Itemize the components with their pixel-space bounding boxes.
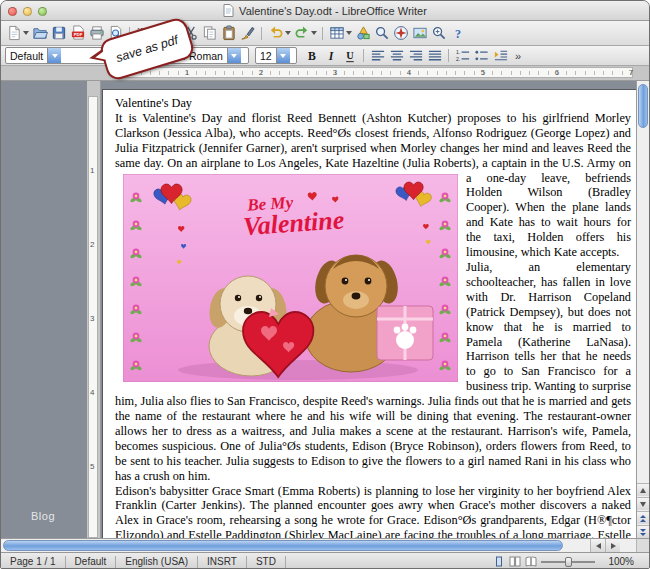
insert-table-icon[interactable]	[328, 24, 353, 43]
scroll-up-button[interactable]	[637, 483, 649, 496]
scroll-down-button[interactable]	[637, 497, 649, 510]
toolbar-separator	[258, 24, 266, 43]
valentine-photo[interactable]: Be My Valentine	[123, 174, 458, 382]
print-icon[interactable]	[88, 24, 106, 43]
book-view-icon[interactable]	[525, 556, 537, 567]
export-pdf-icon[interactable]: PDF	[69, 24, 87, 43]
format-paintbrush-icon[interactable]	[239, 24, 257, 43]
vertical-ruler[interactable]: 12345	[87, 81, 101, 538]
double-arrow-up-icon	[640, 515, 646, 522]
align-left-icon[interactable]	[369, 46, 387, 65]
scroll-left-button[interactable]	[590, 539, 605, 552]
window-title-area: Valentine's Day.odt - LibreOffice Writer	[223, 4, 427, 17]
chevron-down-icon[interactable]	[227, 48, 241, 63]
toolbar-overflow-chevron[interactable]: »	[515, 50, 521, 62]
page-style-field[interactable]: Default	[66, 556, 116, 567]
dropdown-arrow-icon[interactable]	[346, 31, 352, 35]
svg-text:B: B	[308, 50, 316, 63]
open-icon[interactable]	[31, 24, 49, 43]
zoom-slider-thumb[interactable]	[565, 557, 572, 567]
chevron-down-icon[interactable]	[47, 48, 61, 63]
align-right-icon[interactable]	[407, 46, 425, 65]
new-document-icon[interactable]	[5, 24, 30, 43]
toolbar-separator	[319, 24, 327, 43]
window-controls	[8, 7, 47, 16]
arrow-right-icon	[611, 543, 616, 549]
dropdown-arrow-icon[interactable]	[311, 31, 317, 35]
paragraph-1: It is Valentine's Day and florist Reed B…	[115, 111, 631, 260]
arrow-down-icon	[640, 502, 646, 507]
zoom-icon[interactable]	[430, 24, 448, 43]
single-page-view-icon[interactable]	[493, 556, 505, 567]
increase-indent-icon[interactable]	[492, 46, 510, 65]
dropdown-arrow-icon[interactable]	[285, 31, 291, 35]
arrow-up-icon	[640, 488, 646, 493]
zoom-button[interactable]	[38, 7, 47, 16]
vertical-scrollbar[interactable]	[636, 81, 649, 538]
help-icon[interactable]: ?	[449, 24, 467, 43]
svg-text:PDF: PDF	[74, 32, 83, 37]
chevron-down-icon[interactable]	[276, 48, 290, 63]
hruler-number: 5	[481, 68, 485, 77]
find-replace-icon[interactable]	[373, 24, 391, 43]
vruler-number: 5	[90, 462, 94, 471]
horizontal-scrollbar[interactable]	[1, 538, 649, 552]
paragraph-style-value: Default	[6, 48, 47, 63]
previous-page-button[interactable]	[637, 511, 649, 524]
gift-box	[377, 306, 433, 360]
multi-page-view-icon[interactable]	[509, 556, 521, 567]
insert-mode-field[interactable]: INSRT	[198, 556, 246, 567]
language-field[interactable]: English (USA)	[116, 556, 197, 567]
navigator-icon[interactable]	[392, 24, 410, 43]
document-page[interactable]: Valentine's Day It is Valentine's Day an…	[102, 89, 637, 538]
next-page-button[interactable]	[637, 525, 649, 538]
title-bar[interactable]: Valentine's Day.odt - LibreOffice Writer	[1, 1, 649, 21]
toolbar-separator	[360, 46, 368, 65]
justify-icon[interactable]	[426, 46, 444, 65]
hruler-number: 1	[185, 68, 189, 77]
statusbar-separator	[285, 556, 286, 568]
font-size-select[interactable]: 12	[255, 47, 297, 64]
hruler-number: 3	[333, 68, 337, 77]
gallery-icon[interactable]	[411, 24, 429, 43]
blog-watermark: Blog	[31, 510, 55, 522]
bullets-icon[interactable]	[473, 46, 491, 65]
window-title: Valentine's Day.odt - LibreOffice Writer	[239, 5, 427, 17]
horizontal-scrollbar-thumb[interactable]	[3, 540, 563, 551]
draw-functions-icon[interactable]	[354, 24, 372, 43]
align-center-icon[interactable]	[388, 46, 406, 65]
paste-icon[interactable]	[220, 24, 238, 43]
page-number-field[interactable]: Page 1 / 1	[1, 556, 65, 567]
font-size-value: 12	[256, 48, 276, 63]
vertical-scrollbar-thumb[interactable]	[638, 84, 648, 128]
close-button[interactable]	[8, 7, 17, 16]
redo-icon[interactable]	[293, 24, 318, 43]
formatting-buttons: BIU1.2.	[303, 46, 510, 65]
italic-icon[interactable]: I	[322, 46, 340, 65]
arrow-left-icon	[596, 543, 601, 549]
document-text[interactable]: Valentine's Day It is Valentine's Day an…	[115, 96, 631, 538]
scroll-right-button[interactable]	[605, 539, 620, 552]
save-icon[interactable]	[50, 24, 68, 43]
dropdown-arrow-icon[interactable]	[23, 31, 29, 35]
copy-icon[interactable]	[201, 24, 219, 43]
zoom-level[interactable]: 100%	[599, 556, 643, 567]
vruler-number: 4	[90, 388, 94, 397]
toolbar-separator	[445, 46, 453, 65]
undo-icon[interactable]	[267, 24, 292, 43]
vruler-number: 1	[90, 166, 94, 175]
horizontal-ruler[interactable]: 1234567	[1, 66, 649, 81]
minimize-button[interactable]	[23, 7, 32, 16]
numbering-icon[interactable]: 1.2.	[454, 46, 472, 65]
statusbar-right-group: 100%	[493, 556, 649, 567]
selection-mode-field[interactable]: STD	[247, 556, 285, 567]
app-window: Valentine's Day.odt - LibreOffice Writer…	[0, 0, 650, 569]
svg-text:1.: 1.	[456, 49, 460, 55]
hruler-number: 6	[555, 68, 559, 77]
underline-icon[interactable]: U	[341, 46, 359, 65]
document-proxy-icon	[223, 4, 234, 17]
hruler-number: 4	[407, 68, 411, 77]
bold-icon[interactable]: B	[303, 46, 321, 65]
svg-text:2.: 2.	[456, 55, 460, 61]
zoom-slider[interactable]	[541, 556, 595, 567]
